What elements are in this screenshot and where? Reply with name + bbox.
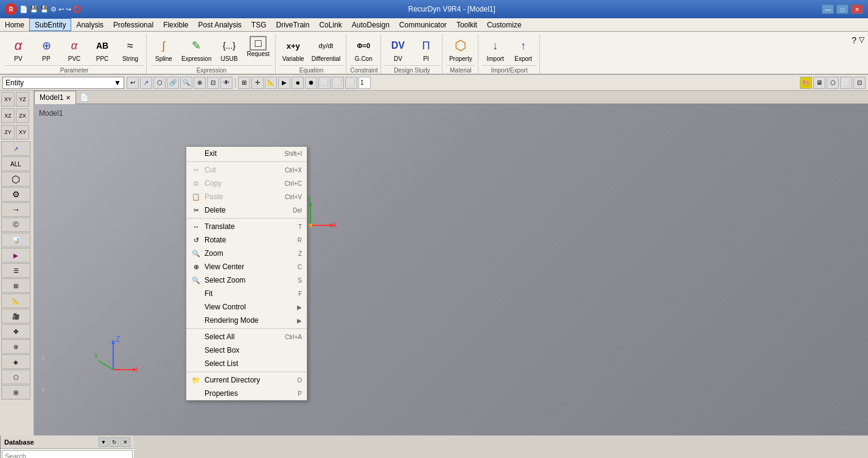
ctx-select-zoom[interactable]: 🔍 Select Zoom S xyxy=(186,273,307,287)
ribbon-btn-pp[interactable]: ⊕ PP xyxy=(33,34,60,64)
cmd-render-icon[interactable]: 👁 xyxy=(220,77,233,89)
menu-tsg[interactable]: TSG xyxy=(247,18,271,31)
menu-customize[interactable]: Customize xyxy=(482,18,527,31)
ribbon-btn-pi[interactable]: Π PI xyxy=(413,34,439,64)
ctx-paste[interactable]: 📋 Paste Ctrl+V xyxy=(186,190,307,203)
ctx-select-list[interactable]: Select List xyxy=(186,357,307,370)
toolbar-extra3[interactable]: ◈ xyxy=(1,354,30,369)
close-button[interactable]: ✕ xyxy=(851,4,863,14)
view-color-icon[interactable]: 🎨 xyxy=(800,77,812,89)
ribbon-btn-dv[interactable]: DV DV xyxy=(385,34,411,64)
toolbar-select[interactable]: ↗ xyxy=(1,141,30,156)
db-refresh-btn[interactable]: ↻ xyxy=(110,437,119,447)
ctx-view-center[interactable]: ⊕ View Center C xyxy=(186,260,307,273)
view-wire-icon[interactable]: ⬜ xyxy=(840,77,852,89)
ctx-select-box[interactable]: Select Box xyxy=(186,344,307,357)
toolbar-contact[interactable]: Ⓒ xyxy=(1,217,30,232)
db-filter-btn[interactable]: ▼ xyxy=(99,437,108,447)
cmd-zoom-icon[interactable]: 🔍 xyxy=(180,77,192,89)
viewport-tab-model1[interactable]: Model1 ✕ xyxy=(34,91,76,104)
viewport[interactable]: Model1 ◀◀ ▶▶ Z X xyxy=(34,104,868,435)
help-icon[interactable]: ? xyxy=(852,35,856,45)
cmd-grid-icon[interactable]: ⊞ xyxy=(238,77,250,89)
toolbar-measure[interactable]: 📐 xyxy=(1,294,30,308)
ctx-zoom[interactable]: 🔍 Zoom Z xyxy=(186,247,307,260)
toolbar-all[interactable]: ALL xyxy=(1,157,30,171)
ribbon-btn-differential[interactable]: dy/dt Differential xyxy=(309,34,344,64)
menu-flexible[interactable]: Flexible xyxy=(158,18,193,31)
cmd-body-icon[interactable]: ⬡ xyxy=(153,77,166,89)
ctx-fit[interactable]: Fit F xyxy=(186,287,307,300)
maximize-button[interactable]: □ xyxy=(836,4,849,14)
menu-analysis[interactable]: Analysis xyxy=(71,18,108,31)
sim-steps-input[interactable]: 1 xyxy=(359,77,371,89)
cmd-select-icon[interactable]: ↗ xyxy=(140,77,152,89)
ctx-properties[interactable]: Properties P xyxy=(186,387,307,400)
menu-communicator[interactable]: Communicator xyxy=(394,18,452,31)
menu-drivetrain[interactable]: DriveTrain xyxy=(271,18,315,31)
toolbar-yz[interactable]: YZ xyxy=(16,92,29,107)
ribbon-btn-string[interactable]: ≈ String xyxy=(117,34,144,64)
ctx-delete[interactable]: ✂ Delete Del xyxy=(186,203,307,217)
cmd-view2-icon[interactable]: ⬜ xyxy=(332,77,344,89)
cmd-sim-icon[interactable]: ▶ xyxy=(278,77,290,89)
cmd-view3-icon[interactable]: ⬜ xyxy=(345,77,357,89)
entity-dropdown[interactable]: Entity ▼ xyxy=(2,77,124,89)
toolbar-zy[interactable]: ZY xyxy=(1,125,15,139)
ribbon-btn-expression[interactable]: ✎ Expression xyxy=(178,34,214,64)
cmd-joint-icon[interactable]: 🔗 xyxy=(167,77,179,89)
expand-icon[interactable]: ▽ xyxy=(859,35,864,44)
ribbon-btn-request[interactable]: □ Request xyxy=(243,34,272,64)
view-render-icon[interactable]: 🖥 xyxy=(813,77,825,89)
viewport-new-tab[interactable]: 📄 xyxy=(77,91,91,104)
cmd-zoom2-icon[interactable]: ⊕ xyxy=(194,77,206,89)
ctx-view-control[interactable]: View Control ▶ xyxy=(186,300,307,314)
toolbar-animate[interactable]: ▶ xyxy=(1,248,30,262)
database-search-input[interactable] xyxy=(2,450,133,458)
ribbon-btn-ppc[interactable]: AB PPC xyxy=(89,34,116,64)
menu-toolkit[interactable]: Toolkit xyxy=(452,18,482,31)
ctx-exit[interactable]: Exit Shift+I xyxy=(186,147,307,160)
ctx-translate[interactable]: ↔ Translate T xyxy=(186,220,307,233)
toolbar-xy[interactable]: XY xyxy=(1,92,15,107)
ribbon-btn-variable[interactable]: x+y Variable xyxy=(279,34,307,64)
cmd-stop-icon[interactable]: ■ xyxy=(292,77,304,89)
toolbar-force[interactable]: → xyxy=(1,202,30,217)
toolbar-extra[interactable]: ✤ xyxy=(1,324,30,339)
cmd-fit-icon[interactable]: ⊡ xyxy=(207,77,219,89)
ctx-current-directory[interactable]: 📁 Current Directory O xyxy=(186,373,307,387)
db-close-btn[interactable]: ✕ xyxy=(121,437,130,447)
ribbon-btn-spline[interactable]: ∫ Spline xyxy=(150,34,177,64)
view-extra-icon[interactable]: ⊡ xyxy=(853,77,866,89)
ctx-rotate[interactable]: ↺ Rotate R xyxy=(186,233,307,247)
ribbon-btn-pv[interactable]: α PV xyxy=(5,34,32,64)
toolbar-extra5[interactable]: ⊞ xyxy=(1,385,30,400)
toolbar-extra4[interactable]: ⬡ xyxy=(1,370,30,384)
view-mode-icon[interactable]: ⬡ xyxy=(827,77,839,89)
ctx-select-all[interactable]: Select All Ctrl+A xyxy=(186,330,307,344)
ribbon-btn-export[interactable]: ↑ Export xyxy=(510,34,537,64)
toolbar-list[interactable]: ☰ xyxy=(1,263,30,278)
ribbon-btn-gcon[interactable]: Φ=0 G.Con xyxy=(350,34,377,64)
menu-home[interactable]: Home xyxy=(0,18,29,31)
cmd-axes-icon[interactable]: ✛ xyxy=(251,77,264,89)
menu-professional[interactable]: Professional xyxy=(108,18,158,31)
cmd-measure-icon[interactable]: 📐 xyxy=(265,77,277,89)
toolbar-grid[interactable]: ⊞ xyxy=(1,278,30,293)
toolbar-camera[interactable]: 🎥 xyxy=(1,309,30,323)
toolbar-joint[interactable]: ⚙ xyxy=(1,187,30,202)
toolbar-request[interactable]: 📊 xyxy=(1,233,30,247)
minimize-button[interactable]: — xyxy=(822,4,834,14)
toolbar-xy2[interactable]: XY xyxy=(16,125,29,139)
ribbon-btn-property[interactable]: ⬡ Property xyxy=(446,34,475,64)
menu-colink[interactable]: CoLink xyxy=(314,18,346,31)
menu-postanalysis[interactable]: Post Analysis xyxy=(193,18,246,31)
viewport-tab-close[interactable]: ✕ xyxy=(66,94,71,101)
cmd-arrow-icon[interactable]: ↩ xyxy=(127,77,139,89)
cmd-view1-icon[interactable]: ⬜ xyxy=(318,77,331,89)
cmd-record-icon[interactable]: ⏺ xyxy=(305,77,317,89)
menu-subentity[interactable]: SubEntity xyxy=(29,18,71,31)
toolbar-xz[interactable]: XZ xyxy=(1,108,15,123)
ctx-copy[interactable]: ⧉ Copy Ctrl+C xyxy=(186,177,307,190)
ribbon-btn-import[interactable]: ↓ Import xyxy=(482,34,509,64)
